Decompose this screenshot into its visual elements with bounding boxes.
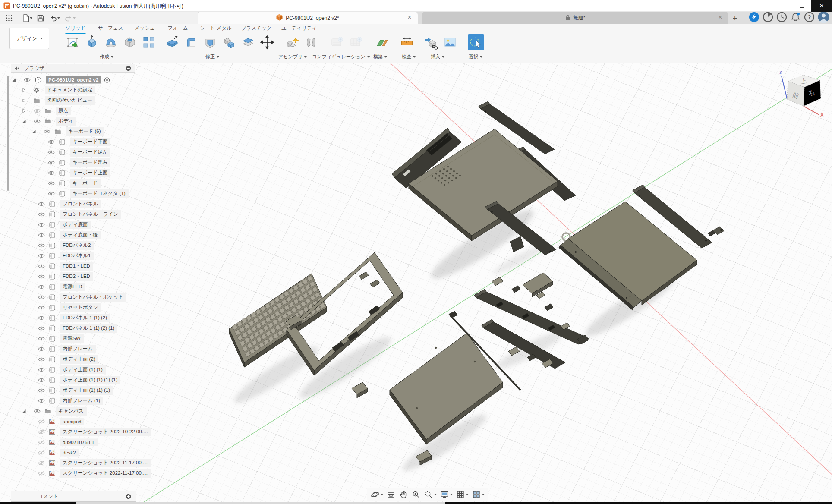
browser-tree-item[interactable]: キーボードコネクタ (1) xyxy=(0,189,147,199)
tree-item-label[interactable]: キーボード足右 xyxy=(70,158,110,167)
extrude-icon[interactable] xyxy=(84,34,100,50)
pattern-icon[interactable] xyxy=(141,34,157,50)
tree-item-label[interactable]: ボディ上面 (1) (1) (1) xyxy=(60,386,113,395)
tree-item-label[interactable]: スクリーンショット 2022-11-17 00.… xyxy=(60,469,151,478)
visibility-eye-icon[interactable] xyxy=(38,295,45,300)
browser-tree-item[interactable]: キーボード足左 xyxy=(0,147,147,158)
visibility-eye-icon[interactable] xyxy=(34,119,41,124)
ribbon-tab-2[interactable]: サーフェス xyxy=(98,25,123,33)
visibility-eye-off-icon[interactable] xyxy=(38,471,45,476)
ribbon-group-menu[interactable]: 挿入 xyxy=(431,54,444,60)
model-reset-button[interactable] xyxy=(352,382,368,398)
visibility-eye-off-icon[interactable] xyxy=(38,450,45,455)
visibility-eye-off-icon[interactable] xyxy=(38,419,45,424)
view-cube[interactable]: Z X 上 前 右 xyxy=(776,66,829,118)
visibility-eye-icon[interactable] xyxy=(38,326,45,331)
insert-derive-icon[interactable] xyxy=(423,34,439,50)
comments-bar[interactable]: コメント xyxy=(11,491,136,502)
ribbon-group-menu[interactable]: 修正 xyxy=(205,54,219,60)
app-grid-icon[interactable] xyxy=(4,13,14,24)
document-tab-active[interactable]: PC-9801U2_open2 v2* ✕ xyxy=(198,12,418,24)
ribbon-tab-6[interactable]: プラスチック xyxy=(241,25,272,33)
display-settings-icon[interactable] xyxy=(439,489,454,500)
expand-open-icon[interactable] xyxy=(22,410,26,413)
browser-tree-item[interactable]: FDD1・LED xyxy=(0,261,147,271)
browser-tree-item[interactable]: ボディ上面 (1) (1) xyxy=(0,365,147,375)
tree-item-label[interactable]: d390710758.1 xyxy=(60,439,98,446)
tree-item-label[interactable]: 内部フレーム xyxy=(60,345,96,353)
browser-tree-item[interactable]: スクリーンショット 2022-11-17 00.… xyxy=(0,458,147,468)
ribbon-group-menu[interactable]: 作成 xyxy=(100,54,113,60)
browser-tree-item[interactable]: anecpc3 xyxy=(0,416,147,427)
browser-tree-item[interactable]: ボディ xyxy=(0,116,147,126)
visibility-eye-off-icon[interactable] xyxy=(38,440,45,445)
browser-tree-item[interactable]: キーボード (6) xyxy=(0,126,147,137)
tree-item-label[interactable]: desk2 xyxy=(60,449,79,457)
visibility-eye-icon[interactable] xyxy=(48,181,55,186)
tree-item-label[interactable]: スクリーンショット 2022-11-17 00.… xyxy=(60,459,151,467)
ribbon-group-menu[interactable]: 構築 xyxy=(373,54,387,60)
tree-item-label[interactable]: FDDパネル2 xyxy=(60,241,94,250)
tree-item-label[interactable]: ボディ底面・後 xyxy=(60,231,101,239)
tree-item-label[interactable]: ボディ上面 (1) (1) xyxy=(60,365,106,374)
tree-item-label[interactable]: ボディ上面 (2) xyxy=(60,355,98,364)
visibility-eye-icon[interactable] xyxy=(38,399,45,403)
tree-item-label[interactable]: 名前の付いたビュー xyxy=(45,96,95,105)
browser-tree-item[interactable]: スクリーンショット 2022-11-17 00.… xyxy=(0,468,147,479)
orbit-icon[interactable] xyxy=(369,489,384,500)
minimize-button[interactable] xyxy=(772,0,791,12)
visibility-eye-icon[interactable] xyxy=(48,192,55,196)
browser-tree-item[interactable]: FDDパネル1 xyxy=(0,251,147,261)
activate-component-radio[interactable] xyxy=(104,77,110,83)
create-sketch-icon[interactable] xyxy=(65,34,81,50)
browser-tree-item[interactable]: キーボード上面 xyxy=(0,168,147,178)
tree-item-label[interactable]: キーボード上面 xyxy=(70,169,110,177)
expand-closed-icon[interactable] xyxy=(22,109,26,113)
ribbon-tab-4[interactable]: フォーム xyxy=(168,25,188,33)
notifications-bell-icon[interactable] xyxy=(790,12,801,24)
browser-tree-item[interactable]: FDD2・LED xyxy=(0,271,147,282)
visibility-eye-icon[interactable] xyxy=(38,285,45,290)
extensions-icon[interactable] xyxy=(763,12,773,24)
ribbon-tab-1[interactable]: ソリッド xyxy=(65,25,85,34)
undo-icon[interactable] xyxy=(47,13,61,24)
tree-item-label[interactable]: FDD1・LED xyxy=(60,262,93,271)
tree-item-label[interactable]: フロントパネル・ポケット xyxy=(60,293,126,302)
browser-tree-item[interactable]: ボディ底面 xyxy=(0,220,147,230)
fillet-icon[interactable] xyxy=(183,34,199,50)
visibility-eye-icon[interactable] xyxy=(38,388,45,393)
close-icon[interactable]: ✕ xyxy=(718,15,722,20)
tree-item-label[interactable]: キーボード (6) xyxy=(66,127,104,136)
browser-tree-item[interactable]: FDDパネル2 xyxy=(0,240,147,251)
add-comment-icon[interactable] xyxy=(126,494,131,499)
browser-tree-item[interactable]: スクリーンショット 2022-10-22 00.… xyxy=(0,427,147,437)
visibility-eye-icon[interactable] xyxy=(34,409,41,414)
construction-plane-icon[interactable] xyxy=(374,34,390,50)
visibility-eye-icon[interactable] xyxy=(38,202,45,207)
pan-icon[interactable] xyxy=(398,489,409,500)
tree-item-label[interactable]: ボディ xyxy=(56,117,76,126)
browser-tree-item[interactable]: 内部フレーム (1) xyxy=(0,396,147,406)
tree-item-label[interactable]: キャンバス xyxy=(56,407,87,416)
browser-tree-item[interactable]: 電源SW xyxy=(0,334,147,344)
visibility-eye-icon[interactable] xyxy=(48,171,55,176)
ribbon-tab-7[interactable]: ユーティリティ xyxy=(281,25,317,33)
document-tab-inactive[interactable]: 無題* ✕ xyxy=(422,12,728,24)
expand-closed-icon[interactable] xyxy=(22,99,26,103)
visibility-eye-icon[interactable] xyxy=(38,243,45,248)
fit-icon[interactable] xyxy=(423,489,438,500)
model-bottom-plate[interactable] xyxy=(390,333,503,444)
clock-icon[interactable] xyxy=(776,12,787,24)
tree-item-label[interactable]: ボディ上面 (1) (1) (1) (1) xyxy=(60,376,120,384)
visibility-eye-icon[interactable] xyxy=(38,212,45,217)
tree-item-label[interactable]: ボディ底面 xyxy=(60,220,91,229)
new-component-icon[interactable] xyxy=(284,34,300,50)
browser-tree-item[interactable]: フロントパネル・ポケット xyxy=(0,292,147,302)
hole-icon[interactable] xyxy=(122,34,138,50)
tree-item-label[interactable]: キーボード xyxy=(70,179,101,188)
close-button[interactable]: ✕ xyxy=(811,0,832,12)
browser-tree-item[interactable]: リセットボタン xyxy=(0,302,147,313)
select-tool-icon[interactable] xyxy=(468,34,484,50)
browser-tree-item[interactable]: ボディ上面 (2) xyxy=(0,354,147,365)
browser-tree-item[interactable]: FDDパネル 1 (1) (2) xyxy=(0,313,147,323)
